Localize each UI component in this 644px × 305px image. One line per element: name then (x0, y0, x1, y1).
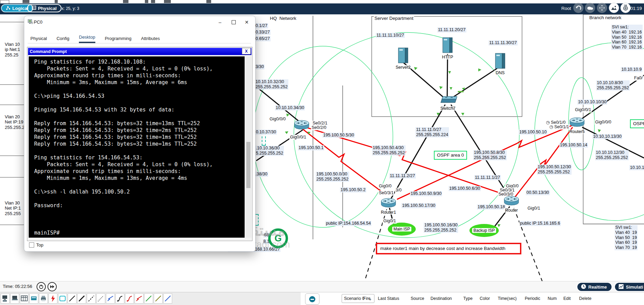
device-label: Router5 (569, 129, 585, 134)
simulation-time: Time: 05:22:56 (3, 284, 32, 289)
terminal[interactable]: Ping statistics for 192.168.10.108: Pack… (29, 56, 245, 238)
dotted-cable-icon[interactable] (96, 293, 105, 304)
laptop-icon[interactable] (10, 293, 19, 304)
command-prompt-title: Command Prompt (30, 49, 67, 54)
partial-icon (23, 0, 29, 3)
pdu-header-edit: Edit (563, 296, 571, 301)
power-cycle-button[interactable] (37, 282, 46, 291)
terminal-line: mainISP# (34, 229, 245, 236)
command-prompt-titlebar[interactable]: Command Prompt (28, 48, 251, 55)
device-box-icon[interactable] (29, 293, 38, 304)
top-checkbox[interactable]: Top (29, 242, 43, 248)
device-router5[interactable]: Router5 (569, 116, 585, 134)
terminal-line (34, 195, 245, 202)
topo-label: 195.100.50.9/30 (410, 191, 442, 196)
topo-label: SVI sw1: Vlan 40 192.16 Vlan 50 192.16 V… (611, 25, 643, 50)
serial-dte-icon[interactable] (135, 293, 143, 304)
pdu-toggle-button[interactable] (305, 293, 319, 305)
terminal-line: Reply from 154.166.54.53: bytes=32 time=… (34, 141, 245, 147)
pdu-toggle-icon (309, 296, 315, 302)
tab-attributes[interactable]: Attributes (141, 36, 160, 43)
green-cable-icon[interactable] (144, 293, 153, 304)
terminal-line: Minimum = 1ms, Maximum = 13ms, Average =… (34, 175, 245, 182)
lightning-icon[interactable] (49, 293, 57, 304)
cloud-button[interactable] (585, 3, 595, 13)
pc0-tabstrip: PhysicalConfigDesktopProgrammingAttribut… (28, 33, 251, 43)
pdu-header-last-status: Last Status (378, 296, 399, 301)
command-prompt-close-button[interactable]: X (242, 48, 251, 54)
terminal-line (34, 100, 245, 106)
tab-config[interactable]: Config (56, 36, 69, 43)
checkbox-box[interactable] (29, 242, 34, 248)
workspace-bar: Logical Physical x: 25, y: 3 Root 01:19 (0, 3, 644, 14)
root-label: Root (561, 6, 571, 11)
terminal-line: Approximate round trip times in milli-se… (34, 72, 245, 79)
device-dns[interactable]: DNS (494, 51, 506, 75)
device-label: Server2 (396, 65, 411, 70)
scenario-value: Scenario 0 (344, 296, 365, 301)
device-server2[interactable]: Server2 (396, 46, 411, 70)
empty-cyan-box-icon[interactable] (58, 293, 67, 304)
device-http[interactable]: HTTP (441, 36, 454, 59)
tab-programming[interactable]: Programming (105, 36, 132, 43)
partial-icon (206, 0, 211, 3)
command-prompt-window: Command Prompt X Ping statistics for 192… (27, 47, 252, 241)
topo-label: 11.11.11.0/27 255.255.255.224 (415, 127, 449, 137)
topo-label: 10.10.10.32/30 255.255.255.252 (255, 79, 288, 90)
device-switch7[interactable]: Switch7 (439, 94, 457, 111)
fast-forward-button[interactable] (47, 282, 57, 291)
device-label: Switch7 (439, 106, 457, 111)
topo-label: 3/30 (255, 64, 264, 69)
pan-button[interactable] (597, 3, 607, 13)
serial-dce-icon[interactable] (125, 293, 134, 304)
blue-cable-icon[interactable] (163, 293, 172, 304)
straight-cable-icon[interactable] (68, 293, 77, 304)
close-button[interactable]: ✕ (242, 19, 252, 26)
tab-realtime[interactable]: Realtime (577, 282, 612, 292)
dashed-cable-icon[interactable] (87, 293, 96, 304)
minimize-button[interactable]: – (215, 19, 225, 26)
annotation-note: make router1 main by decrease cost and i… (376, 243, 521, 254)
terminal-line (34, 182, 245, 188)
table-icon[interactable] (20, 293, 29, 304)
terminal-line (34, 147, 245, 154)
back-button[interactable] (573, 3, 584, 13)
pdu-header-num: Num (548, 296, 557, 301)
copper-cable-icon[interactable] (77, 293, 86, 304)
device-router1[interactable]: Router1 (381, 197, 396, 215)
topo-label: 3/0 (395, 188, 402, 193)
topo-label: 195.100.50.12/30 255.255.255.252 (537, 164, 572, 175)
tab-logical-label: Logical (12, 6, 28, 11)
tab-simulation[interactable]: Simulati (614, 282, 644, 292)
terminal-line: Password: (34, 202, 245, 209)
terminal-scrollbar[interactable] (245, 56, 251, 238)
isp-label: Backup ISP (472, 228, 496, 233)
topo-label: .38/30 (255, 172, 268, 177)
pc-icon[interactable] (1, 293, 10, 304)
globe-button[interactable] (620, 3, 631, 13)
maximize-button[interactable] (229, 19, 239, 26)
console-cable-icon[interactable] (115, 293, 124, 304)
terminal-line: Packets: Sent = 4, Received = 4, Lost = … (34, 65, 245, 72)
tab-physical[interactable]: Physical (27, 4, 61, 12)
device-router[interactable] (294, 119, 310, 132)
isp-oval-main-isp: Main ISP (388, 223, 416, 236)
realtime-icon (581, 284, 586, 290)
printer-icon[interactable] (39, 293, 48, 304)
topo-label: ◷ Se0/1/1 (549, 124, 570, 130)
image-button[interactable] (609, 3, 619, 13)
terminal-line: Minimum = 3ms, Maximum = 15ms, Average =… (34, 79, 245, 86)
device-router[interactable]: Router (504, 195, 519, 213)
pc0-window: PC0 – ✕ PhysicalConfigDesktopProgramming… (24, 16, 256, 252)
terminal-line (34, 86, 245, 93)
terminal-line (34, 209, 245, 216)
topo-label: Se0/3/1 (378, 190, 394, 196)
olive-cable-icon[interactable] (154, 293, 163, 304)
tab-physical[interactable]: Physical (30, 36, 47, 43)
terminal-line: C:\>ping 154.166.54.53 (34, 93, 245, 100)
scrollbar-thumb[interactable] (246, 142, 250, 188)
terminal-line: Ping statistics for 154.166.54.53: (34, 154, 245, 161)
pdu-list-panel: Scenario 0 ⌄ FireLast StatusSourceDestin… (301, 292, 644, 305)
tab-desktop[interactable]: Desktop (79, 35, 95, 43)
zigzag-cable-icon[interactable] (106, 293, 115, 304)
